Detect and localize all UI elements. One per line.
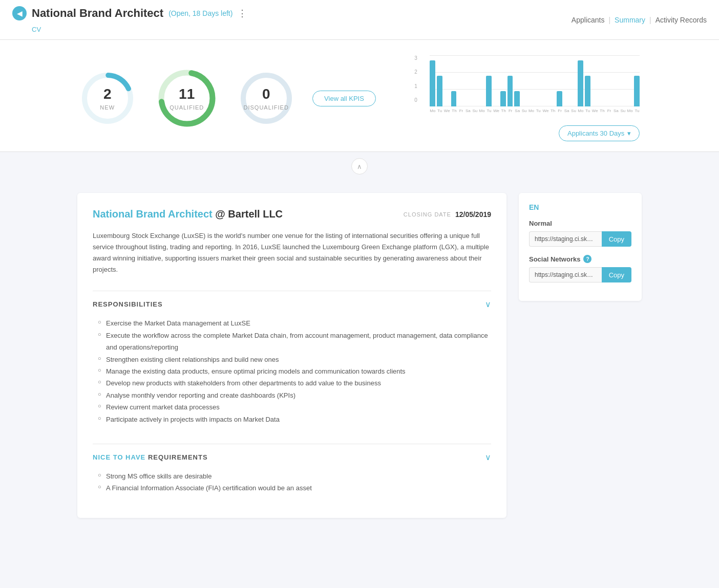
chart-label-6: Su	[472, 108, 477, 113]
chart-bar-26	[613, 105, 619, 106]
responsibility-item-1: Execute the workflow across the complete…	[98, 330, 491, 354]
kpi-new-number: 2	[100, 86, 115, 102]
normal-copy-button[interactable]: Copy	[602, 231, 631, 247]
chart-label-14: Mo	[528, 108, 534, 113]
chart-bar-19	[564, 105, 569, 106]
job-heading-company: @ Bartell LLC	[215, 208, 283, 220]
job-status: (Open, 18 Days left)	[168, 9, 232, 17]
responsibility-item-3: Manage the existing data products, ensur…	[98, 365, 491, 377]
social-url-input[interactable]	[529, 267, 602, 282]
kpi-qualified-number: 11	[170, 86, 204, 102]
requirements-section: NICE TO HAVE REQUIREMENTS ∨ Strong MS of…	[93, 444, 491, 503]
job-description: Luxembourg Stock Exchange (LuxSE) is the…	[93, 230, 491, 275]
chart-bar-0	[430, 60, 435, 106]
normal-link-section: Normal Copy	[529, 220, 631, 247]
chart-bar-20	[571, 105, 577, 106]
kpi-new-label: NEW	[100, 104, 115, 111]
chart-bar-24	[599, 105, 605, 106]
chevron-up-icon: ∧	[357, 163, 362, 170]
chart-bar-4	[458, 105, 463, 106]
chart-bar-29	[634, 76, 640, 106]
social-link-row: Copy	[529, 267, 631, 282]
closing-date-block: CLOSING DATE 12/05/2019	[404, 210, 491, 219]
applicants-30-label: Applicants 30 Days	[567, 129, 624, 137]
chart-bar-11	[507, 76, 513, 106]
kpi-disqualified-label: DISQUALIFIED	[243, 104, 288, 111]
chart-area: MoTuWeThFrSaSuMoTuWeThFrSaSuMoTuWeThFrSa…	[430, 55, 640, 113]
nav-applicants[interactable]: Applicants	[572, 16, 605, 24]
chart-label-0: Mo	[430, 108, 435, 113]
chart-x-labels: MoTuWeThFrSaSuMoTuWeThFrSaSuMoTuWeThFrSa…	[430, 108, 640, 113]
chart-bar-28	[627, 105, 633, 106]
normal-link-row: Copy	[529, 231, 631, 247]
cv-link[interactable]: CV	[32, 26, 41, 33]
view-kpis-button[interactable]: View all KPIS	[312, 91, 376, 106]
more-icon: ⋮	[238, 8, 247, 18]
collapse-button[interactable]: ∧	[351, 158, 368, 175]
chart-label-7: Mo	[479, 108, 485, 113]
kpi-qualified: 11 QUALIFIED	[156, 68, 218, 129]
responsibilities-title: RESPONSIBILITIES	[93, 300, 163, 308]
responsibilities-header[interactable]: RESPONSIBILITIES ∨	[93, 291, 491, 317]
back-button[interactable]: ◀	[12, 6, 27, 20]
chart-bar-16	[543, 105, 548, 106]
header-left: ◀ National Brand Architect (Open, 18 Day…	[12, 6, 247, 33]
chart-bar-15	[536, 105, 541, 106]
chart-wrapper: 3 2 1 0 MoTuWeThFrSaSuMo	[414, 55, 640, 113]
requirements-chevron: ∨	[485, 452, 491, 462]
chart-bar-27	[620, 105, 626, 106]
chart-label-17: Th	[550, 108, 555, 113]
responsibilities-list: Exercise the Market Data management at L…	[93, 317, 491, 425]
nav-summary[interactable]: Summary	[615, 16, 645, 24]
chart-bar-3	[451, 91, 457, 106]
language-badge: EN	[529, 203, 631, 211]
collapse-row: ∧	[0, 152, 719, 181]
chart-bar-18	[557, 91, 562, 106]
kpi-actions: View all KPIS	[312, 91, 376, 106]
more-button[interactable]: ⋮	[238, 8, 247, 19]
normal-url-input[interactable]	[529, 231, 602, 247]
chart-label-22: Tu	[585, 108, 590, 113]
job-heading-title: National Brand Architect	[93, 208, 213, 220]
chart-label-28: Mo	[627, 108, 633, 113]
job-detail-card: National Brand Architect @ Bartell LLC C…	[77, 193, 506, 518]
chart-bar-5	[465, 105, 471, 106]
closing-date: 12/05/2019	[455, 210, 491, 219]
nice-to-have-label: NICE TO HAVE	[93, 453, 145, 461]
chart-bar-14	[528, 105, 534, 106]
chart-bar-7	[479, 105, 485, 106]
chart-bar-9	[493, 105, 499, 106]
chart-label-12: Sa	[515, 108, 520, 113]
chart-label-23: We	[592, 108, 598, 113]
kpi-disqualified-circle: 0 DISQUALIFIED	[238, 70, 294, 126]
chart-bar-22	[585, 76, 590, 106]
kpi-section: 2 NEW 11 QUALIFIED	[0, 40, 719, 152]
nav-activity-records[interactable]: Activity Records	[655, 16, 707, 24]
chart-label-26: Sa	[614, 108, 619, 113]
applicants-30-button[interactable]: Applicants 30 Days ▾	[559, 125, 640, 141]
chart-bar-2	[444, 105, 450, 106]
responsibilities-content: Exercise the Market Data management at L…	[93, 317, 491, 433]
job-heading: National Brand Architect @ Bartell LLC	[93, 208, 283, 220]
requirements-header[interactable]: NICE TO HAVE REQUIREMENTS ∨	[93, 444, 491, 470]
chart-bar-1	[437, 76, 442, 106]
chart-label-18: Fr	[557, 108, 562, 113]
job-title: National Brand Architect	[32, 7, 163, 20]
chart-bar-21	[578, 60, 583, 106]
chart-label-15: Tu	[536, 108, 541, 113]
responsibility-item-7: Participate actively in projects with im…	[98, 413, 491, 425]
nav-sep2: |	[649, 16, 651, 24]
responsibility-item-5: Analyse monthly vendor reporting and cre…	[98, 389, 491, 401]
chart-label-11: Fr	[508, 108, 513, 113]
requirements-content: Strong MS office skills are desirableA F…	[93, 470, 491, 503]
chart-footer: Applicants 30 Days ▾	[414, 120, 640, 141]
chart-label-27: Su	[620, 108, 625, 113]
social-copy-button[interactable]: Copy	[602, 267, 631, 282]
chart-bar-25	[606, 105, 611, 106]
kpi-disqualified: 0 DISQUALIFIED	[238, 70, 294, 126]
chart-label-19: Sa	[564, 108, 569, 113]
kpi-disqualified-inner: 0 DISQUALIFIED	[243, 86, 288, 111]
chart-label-1: Tu	[437, 108, 442, 113]
social-link-section: Social Networks ? Copy	[529, 255, 631, 282]
chart-y-axis: 3 2 1 0	[414, 55, 417, 103]
